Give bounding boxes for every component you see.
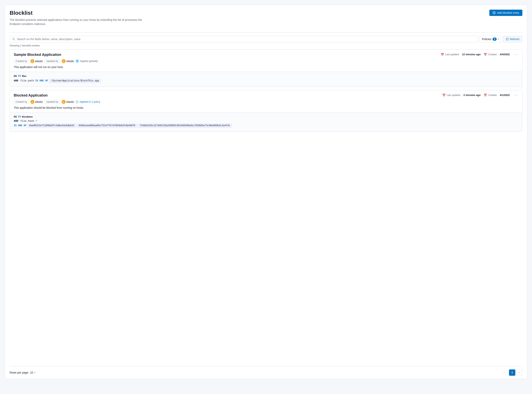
refresh-button[interactable]: Refresh (503, 36, 522, 42)
updated-by-username-2: elastic (66, 100, 74, 104)
updated-by-user-2: e elastic (62, 100, 74, 104)
calendar-icon-1: 📅 (441, 53, 444, 56)
created-value-2: 4/1/2022 (500, 93, 510, 97)
plus-circle-icon (492, 11, 496, 14)
created-by-label-2: Created by (15, 100, 27, 103)
page-1-button[interactable]: 1 (509, 369, 515, 376)
updated-by-avatar-2: e (62, 100, 66, 104)
policies-count-badge: 5 (492, 37, 497, 41)
created-by-label-1: Created by (15, 60, 27, 62)
updated-by-tag-2: Updated by (44, 100, 60, 104)
hash-operator-2: IS ONE OF (14, 124, 26, 127)
search-icon (12, 37, 15, 41)
entry-card-1: Sample Blocked Application 📅 Last update… (10, 49, 522, 87)
created-by-tag-2: Created by (14, 100, 29, 104)
search-input[interactable] (17, 37, 475, 41)
chevron-down-icon: ▾ (498, 38, 499, 40)
updated-by-label-1: Updated by (46, 60, 58, 62)
entry-meta-2: 📅 Last updated 2 minutes ago 📅 Created 4… (442, 93, 510, 97)
created-by-username-1: elastic (35, 60, 43, 63)
search-box[interactable] (10, 36, 478, 42)
created-label-2: Created (488, 94, 497, 97)
last-updated-value-1: 12 minutes ago (462, 53, 481, 56)
condition-field-1: AND file.path IS ONE OF /System/Applicat… (14, 79, 518, 83)
entry-description-1: This application will not run on your ho… (14, 66, 518, 69)
applied-globally-badge-1: 🌐 Applied globally (76, 60, 98, 62)
pagination: ‹ 1 › (502, 369, 522, 376)
previous-page-button[interactable]: ‹ (502, 369, 508, 376)
footer: Rows per page: 10 ▾ ‹ 1 › (10, 366, 522, 379)
field-value-1: /System/Applications/BlockThis.app (49, 79, 101, 83)
entry-card-2: Blocked Application 📅 Last updated 2 min… (10, 90, 522, 132)
shield-icon-2 (76, 100, 78, 103)
last-updated-group-1: 📅 Last updated (441, 53, 459, 56)
created-group-2: 📅 Created (484, 93, 497, 97)
updated-by-username-1: elastic (66, 60, 74, 63)
calendar-icon-3: 📅 (442, 93, 446, 97)
created-group-1: 📅 Created (484, 53, 497, 56)
svg-line-4 (14, 40, 15, 40)
applied-policy-badge-2[interactable]: Applied to 1 policy (76, 100, 100, 103)
updated-by-user-1: e elastic (62, 59, 74, 63)
entry-main-2: Blocked Application 📅 Last updated 2 min… (10, 90, 522, 113)
entry-description-2: This application should be blocked from … (14, 106, 518, 109)
header-left: Blocklist The blocklist prevents selecte… (10, 10, 147, 26)
updated-by-label-2: Updated by (46, 100, 58, 103)
add-blocklist-entry-button[interactable]: Add blocklist entry (489, 10, 522, 16)
entry-header-row-2: Blocked Application 📅 Last updated 2 min… (14, 93, 518, 98)
condition-hashes-2: IS ONE OF bbe80313cf12098d3fc4d8a42e9dbb… (14, 124, 518, 128)
os-value-1: Mac (22, 75, 26, 78)
showing-count: Showing 2 blocklist entries (10, 44, 522, 47)
hash-value-3: 7438d3102c317b05228a350891363340206e81cf… (138, 124, 232, 128)
page-container: Blocklist The blocklist prevents selecte… (5, 5, 527, 379)
page-header: Blocklist The blocklist prevents selecte… (10, 10, 522, 26)
field-name-1: file.path (20, 79, 34, 82)
last-updated-label-1: Last updated (445, 53, 459, 56)
created-by-avatar-1: e (30, 59, 34, 63)
entry-meta-1: 📅 Last updated 12 minutes ago 📅 Created … (441, 53, 510, 56)
refresh-icon (506, 38, 509, 41)
entry-conditions-1: OS IS Mac AND file.path IS ONE OF /Syste… (10, 72, 522, 87)
and-keyword-1: AND (14, 79, 18, 82)
rows-per-page[interactable]: Rows per page: 10 ▾ (10, 371, 35, 374)
updated-by-avatar-1: e (62, 59, 66, 63)
entry-title-2: Blocked Application (14, 93, 48, 98)
last-updated-group-2: 📅 Last updated (442, 93, 460, 97)
os-value-2: Windows (22, 115, 33, 118)
policies-dropdown[interactable]: Policies 5 ▾ (479, 36, 501, 42)
next-page-button[interactable]: › (516, 369, 522, 376)
entry-title-1: Sample Blocked Application (14, 53, 61, 57)
toolbar: Policies 5 ▾ Refresh (10, 36, 522, 42)
field-operator-1: IS ONE OF (35, 79, 48, 82)
field-name-2: file.hash.* (20, 119, 37, 123)
os-keyword-1: OS (14, 75, 17, 78)
page-title: Blocklist (10, 10, 147, 16)
more-options-icon-1[interactable]: ··· (515, 53, 518, 56)
condition-os-1: OS IS Mac (14, 75, 518, 78)
header-divider (10, 32, 522, 33)
page-subtitle: The blocklist prevents selected applicat… (10, 18, 147, 26)
created-by-username-2: elastic (35, 100, 43, 104)
os-keyword-2: OS (14, 115, 17, 118)
and-keyword-2: AND (14, 119, 18, 123)
last-updated-value-2: 2 minutes ago (463, 93, 481, 97)
os-operator-2: IS (18, 115, 21, 118)
created-value-1: 4/4/2022 (500, 53, 510, 56)
created-label-1: Created (488, 53, 497, 56)
hash-value-2: 840d1eee06baa05cf3147fb7ef003b5dfdb49bf8 (77, 124, 137, 128)
created-by-tag-1: Created by (14, 59, 29, 63)
updated-by-tag-1: Updated by (44, 59, 60, 63)
globe-icon-1: 🌐 (76, 60, 79, 62)
os-operator-1: IS (18, 75, 21, 78)
created-by-user-2: e elastic (30, 100, 43, 104)
more-options-icon-2[interactable]: ··· (515, 93, 518, 97)
policies-label: Policies (482, 37, 491, 41)
rows-chevron-icon: ▾ (34, 371, 35, 373)
rows-per-page-label: Rows per page: (10, 371, 29, 374)
calendar-icon-4: 📅 (484, 93, 487, 97)
applied-policy-label-2: Applied to 1 policy (79, 100, 100, 103)
condition-os-2: OS IS Windows (14, 115, 518, 118)
condition-field-2: AND file.hash.* (14, 119, 518, 123)
entry-header-row-1: Sample Blocked Application 📅 Last update… (14, 53, 518, 57)
applied-globally-label-1: Applied globally (80, 60, 98, 62)
